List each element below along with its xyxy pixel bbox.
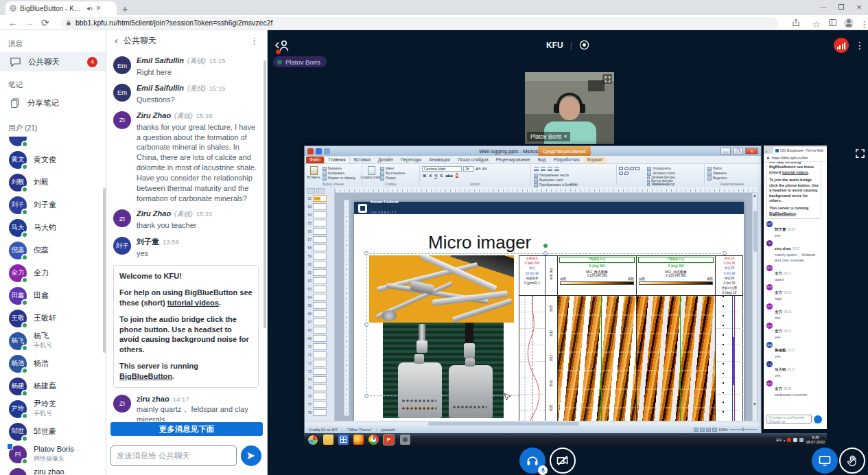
bigbluebutton-link[interactable]: BigBlueButton [119,372,172,380]
ribbon-button[interactable]: Копировать [322,171,355,176]
window-close-button[interactable] [850,0,868,14]
new-slide-button[interactable]: Создать слайд [364,166,378,181]
ribbon-tab[interactable]: Анимации [425,157,454,163]
slide-thumbnail[interactable]: 78 [305,408,334,417]
justify-icon[interactable] [554,167,559,171]
browser-tab[interactable]: BigBlueButton - KFU - Def × [5,1,117,15]
ppt-horizontal-scrollbar[interactable] [305,421,761,426]
font-color-icon[interactable]: А [456,173,458,178]
sorter-view-icon[interactable] [700,428,705,432]
slide-thumbnail[interactable]: 64 [305,293,334,301]
slideshow-view-icon[interactable] [712,428,717,432]
start-button[interactable] [307,435,318,445]
window-minimize-button[interactable] [814,0,832,14]
undo-icon[interactable] [324,148,330,154]
url-bar[interactable]: bbb1.kpfu.ru/html5client/join?sessionTok… [60,17,778,29]
tab-close-icon[interactable]: × [96,4,101,12]
bold-icon[interactable]: Ж [423,174,426,178]
ribbon-tab[interactable]: Вид [535,157,550,163]
shape-leaf-icon[interactable] [624,172,629,175]
slide-thumbnail[interactable]: 53 [305,202,334,211]
slide-thumbnail[interactable]: 70 [305,343,334,351]
normal-view-icon[interactable] [694,428,699,432]
raise-hand-button[interactable] [839,448,865,474]
webcam-name-label[interactable]: Platov Boris▾ [527,132,570,141]
rotate-handle[interactable] [543,244,548,248]
presentation-expand-icon[interactable] [855,148,865,159]
more-messages-button[interactable]: 更多消息见下面 [110,422,263,436]
italic-icon[interactable]: К [429,174,432,178]
user-list-item[interactable]: 杨飞 杨飞 手机号 [0,329,106,352]
shape-parallelogram-icon[interactable] [629,167,634,170]
slide-thumbnail[interactable]: 77 [305,400,334,408]
slide-thumbnail[interactable]: 57 [305,235,334,244]
slide-thumbnail[interactable]: 69 [305,334,334,343]
record-indicator-icon[interactable] [579,40,589,50]
chat-options-icon[interactable] [250,34,259,47]
user-list-item[interactable]: 黄文 黄文俊 [0,148,106,171]
ppt-close-button[interactable]: × [745,148,758,154]
slide-thumbnail[interactable]: 60 [305,260,334,268]
shared-send-button[interactable] [814,415,822,424]
save-icon[interactable] [316,148,322,154]
ribbon-button[interactable]: Формат по образцу [322,176,355,181]
viewer-app-icon[interactable] [400,435,410,445]
webcam-tile[interactable]: Platov Boris▾ [525,72,614,144]
slide-thumbnail[interactable]: 58 [305,244,334,252]
taskbar-clock[interactable]: 9:3818.07.2022 [806,435,825,444]
audio-device-badge[interactable] [538,465,548,475]
slide-thumbnail[interactable]: 76 [305,392,334,400]
selection-handle[interactable] [364,394,368,398]
user-list-item[interactable] [0,137,106,148]
slide-thumbnail[interactable]: 62 [305,277,334,285]
connection-status-button[interactable] [834,38,849,53]
selection-handle[interactable] [364,251,368,255]
user-list-item[interactable]: 倪蕊 倪蕊 [0,239,106,262]
language-tray-label[interactable]: EN [776,438,782,442]
slide-thumbnail[interactable]: 56 [305,227,334,235]
zoom-slider[interactable] [729,429,757,430]
send-message-button[interactable] [241,445,261,466]
tutorial-videos-link[interactable]: tutorial videos [782,170,808,174]
ribbon-tab[interactable]: Переходы [397,157,425,163]
sidebar-item-shared-notes[interactable]: 分享笔记 [0,93,106,113]
slide-thumbnail[interactable]: 73 [305,367,334,375]
grow-font-icon[interactable]: A˄ [476,167,481,171]
user-list-item[interactable]: 尹玲 尹玲芝 手机号 [0,397,106,420]
shape-ellipse-icon[interactable] [624,167,629,170]
font-name-select[interactable]: Cambria Math [422,166,462,172]
ribbon-button[interactable]: Вырезать [322,166,355,171]
selection-handle[interactable] [364,323,368,327]
chat-message-input[interactable] [110,445,237,466]
ribbon-tab[interactable]: Главная [325,156,350,163]
ppt-restore-button[interactable]: ❐ [733,148,743,154]
slide-scrollbar[interactable] [752,193,757,421]
reading-view-icon[interactable] [706,428,711,432]
hidden-icons-caret[interactable]: ▴ [784,438,786,442]
shape-rounded-icon[interactable] [619,172,623,175]
ribbon-button[interactable]: Заменить [707,171,757,176]
bigbluebutton-link[interactable]: BigBlueButton [769,211,796,216]
powerpoint-taskbar-icon[interactable]: P [384,435,394,445]
ribbon-button[interactable]: Макет [380,166,406,171]
user-list-item[interactable]: 邹世 邹世豪 [0,420,106,443]
slide-thumbnail[interactable]: 68 [305,326,334,334]
tray-app-icon[interactable] [787,438,791,442]
audio-join-button[interactable] [519,448,546,474]
profile-avatar[interactable] [844,18,854,27]
ribbon-button[interactable]: Экспресс-стили [647,171,675,176]
mail-tab[interactable]: (65) Входящие - Почта Mail.ru [773,147,827,154]
outline-tab[interactable] [316,188,325,194]
ribbon-button[interactable]: Восстановить [380,171,406,176]
user-list-item[interactable]: 刘毅 刘毅 [0,171,106,194]
slide[interactable]: Kazan FederalUNIVERSITY Micro imager [354,202,744,422]
user-list-item[interactable]: 全力 全力 [0,262,106,284]
align-right-icon[interactable] [548,167,552,171]
align-left-icon[interactable] [534,167,539,171]
ribbon-tab[interactable]: Файл [306,157,324,163]
ribbon-tab[interactable]: Вставка [351,157,374,163]
slides-tab[interactable] [307,188,315,194]
webcam-toggle-button[interactable] [550,448,576,474]
userlist-scrollbar[interactable] [103,188,106,353]
user-list-item[interactable]: 王敬 王敬轩 [0,307,106,329]
